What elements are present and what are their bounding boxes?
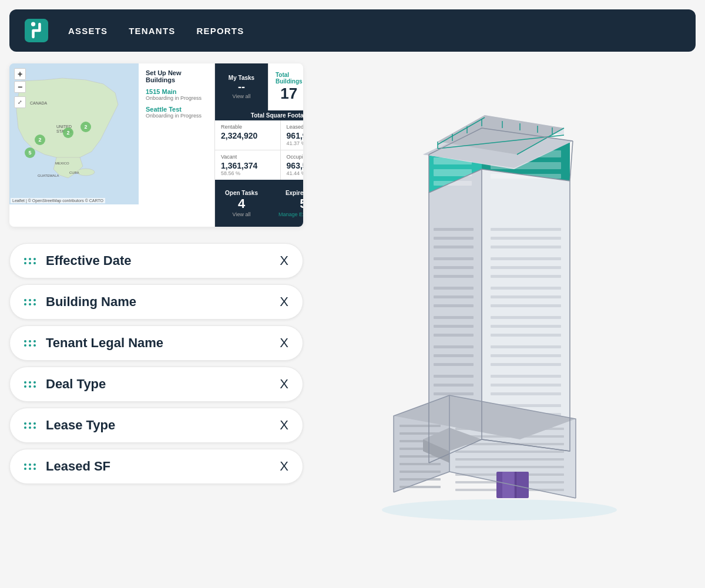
filter-close-deal-type[interactable]: X xyxy=(280,377,288,392)
vacant-cell: Vacant 1,361,374 58.56 % xyxy=(215,150,281,180)
drag-icon-lease-type xyxy=(24,422,36,429)
open-tasks-view-all[interactable]: View all xyxy=(233,211,251,217)
setup-item-1-status: Onboarding in Progress xyxy=(146,95,207,101)
svg-rect-46 xyxy=(491,257,561,260)
filter-close-lease-type[interactable]: X xyxy=(280,418,288,433)
filter-close-building-name[interactable]: X xyxy=(280,294,288,310)
my-tasks-label: My Tasks xyxy=(229,75,254,81)
total-buildings-highlight: Buildings xyxy=(276,78,303,85)
svg-rect-96 xyxy=(400,463,441,465)
svg-text:MEXICO: MEXICO xyxy=(55,162,69,165)
map-zoom-out[interactable]: − xyxy=(14,81,26,93)
dashboard-panels: Set Up New Buildings 1515 Main Onboardin… xyxy=(139,63,303,227)
svg-point-18 xyxy=(382,499,617,520)
total-buildings-box: Total Buildings 17 xyxy=(268,63,303,110)
svg-text:CUBA: CUBA xyxy=(69,171,79,174)
svg-rect-45 xyxy=(491,246,561,248)
map-container: UNITED STATES CANADA MEXICO CUBA GUATEMA… xyxy=(9,63,139,204)
open-tasks-box: Open Tasks 4 View all xyxy=(215,180,268,227)
filter-close-leased-sf[interactable]: X xyxy=(280,459,288,474)
svg-text:2: 2 xyxy=(84,124,87,130)
setup-title: Set Up New Buildings xyxy=(146,69,207,83)
svg-rect-53 xyxy=(491,325,561,328)
filter-label-building-name: Building Name xyxy=(46,294,270,310)
svg-text:5: 5 xyxy=(28,150,31,156)
leased-cell: Leased 961,901 41.37 % xyxy=(281,120,303,150)
svg-rect-103 xyxy=(455,451,564,453)
rentable-cell: Rentable 2,324,920 xyxy=(215,120,281,150)
svg-rect-26 xyxy=(434,266,474,269)
vacant-pct: 58.56 % xyxy=(221,170,274,176)
svg-rect-60 xyxy=(491,392,561,395)
svg-rect-56 xyxy=(491,354,561,357)
setup-item-2-name[interactable]: Seattle Test xyxy=(146,106,207,113)
svg-rect-34 xyxy=(434,345,474,348)
my-tasks-view-all[interactable]: View all xyxy=(233,93,251,99)
filter-item-deal-type[interactable]: Deal TypeX xyxy=(9,367,303,402)
occupied-pct: 41.44 % xyxy=(287,170,303,176)
logo xyxy=(24,18,49,43)
filter-item-leased-sf[interactable]: Leased SFX xyxy=(9,449,303,484)
svg-rect-68 xyxy=(434,169,472,176)
filter-item-effective-date[interactable]: Effective DateX xyxy=(9,243,303,278)
svg-rect-22 xyxy=(434,228,474,231)
vacant-label: Vacant xyxy=(221,154,274,160)
filter-list: Effective DateXBuilding NameXTenant Lega… xyxy=(9,243,303,484)
drag-icon-effective-date xyxy=(24,258,36,264)
occupied-cell: Occupied 963,546 41.44 % xyxy=(281,150,303,180)
setup-item-1-name[interactable]: 1515 Main xyxy=(146,88,207,95)
svg-rect-55 xyxy=(491,345,561,348)
nav-tenants[interactable]: TENANTS xyxy=(129,26,175,36)
svg-rect-30 xyxy=(434,304,474,307)
filter-item-building-name[interactable]: Building NameX xyxy=(9,284,303,320)
svg-rect-58 xyxy=(491,375,561,378)
svg-rect-111 xyxy=(515,472,516,498)
nav-assets[interactable]: ASSETS xyxy=(68,26,108,36)
svg-rect-44 xyxy=(491,237,561,240)
svg-rect-39 xyxy=(434,392,474,395)
my-tasks-box: My Tasks -- View all xyxy=(215,63,268,110)
map-controls: + − ⤢ xyxy=(14,68,26,108)
vacant-value: 1,361,374 xyxy=(221,161,274,170)
filter-item-lease-type[interactable]: Lease TypeX xyxy=(9,408,303,443)
svg-rect-50 xyxy=(491,295,561,298)
svg-rect-48 xyxy=(491,275,561,278)
svg-rect-29 xyxy=(434,295,474,298)
filter-label-lease-type: Lease Type xyxy=(46,418,270,433)
leased-label: Leased xyxy=(287,124,303,130)
svg-rect-52 xyxy=(491,316,561,319)
total-buildings-value: 17 xyxy=(280,85,297,103)
leased-pct: 41.37 % xyxy=(287,140,303,146)
drag-icon-deal-type xyxy=(24,381,36,388)
svg-rect-36 xyxy=(434,363,474,366)
occupied-label: Occupied xyxy=(287,154,303,160)
svg-rect-35 xyxy=(434,354,474,357)
svg-point-3 xyxy=(77,169,95,176)
svg-rect-54 xyxy=(491,334,561,337)
stats-bottom-row: Open Tasks 4 View all Expired Leases 58 … xyxy=(215,180,303,227)
svg-rect-57 xyxy=(491,363,561,366)
svg-rect-38 xyxy=(434,384,474,387)
square-footage-grid: Rentable 2,324,920 Leased 961,901 41.37 … xyxy=(215,120,303,180)
svg-rect-104 xyxy=(455,458,564,461)
filter-close-effective-date[interactable]: X xyxy=(280,253,288,268)
svg-point-1 xyxy=(31,22,35,26)
svg-rect-105 xyxy=(455,466,564,468)
svg-rect-91 xyxy=(400,425,441,427)
dashboard-row: UNITED STATES CANADA MEXICO CUBA GUATEMA… xyxy=(9,63,303,227)
filter-close-tenant-legal-name[interactable]: X xyxy=(280,335,288,351)
expired-leases-manage[interactable]: Manage Expired Leases xyxy=(278,211,303,217)
open-tasks-label: Open Tasks xyxy=(225,190,258,196)
filter-item-tenant-legal-name[interactable]: Tenant Legal NameX xyxy=(9,325,303,361)
setup-item-2-status: Onboarding in Progress xyxy=(146,113,207,119)
right-panel xyxy=(303,63,696,522)
map-expand[interactable]: ⤢ xyxy=(14,96,26,108)
main-content: UNITED STATES CANADA MEXICO CUBA GUATEMA… xyxy=(0,52,705,531)
nav-reports[interactable]: REPORTS xyxy=(196,26,244,36)
left-panel: UNITED STATES CANADA MEXICO CUBA GUATEMA… xyxy=(9,63,303,522)
rentable-value: 2,324,920 xyxy=(221,131,274,140)
map-zoom-in[interactable]: + xyxy=(14,68,26,80)
expired-leases-box: Expired Leases 58 Manage Expired Leases xyxy=(268,180,303,227)
drag-icon-building-name xyxy=(24,299,36,305)
svg-text:GUATEMALA: GUATEMALA xyxy=(38,174,59,177)
